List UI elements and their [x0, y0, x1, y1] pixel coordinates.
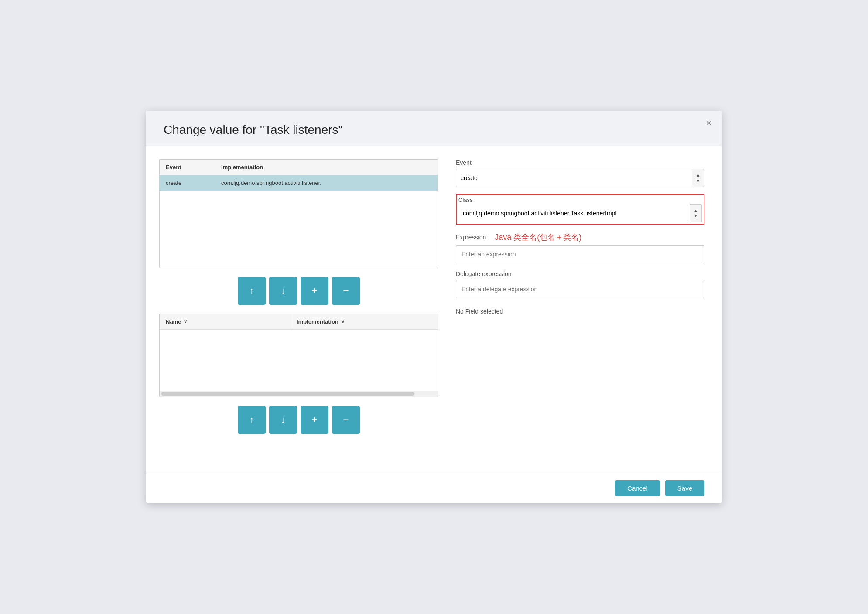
top-down-button[interactable]: ↓ [269, 277, 297, 305]
dialog: Change value for "Task listeners" × Even… [146, 111, 722, 503]
expression-label: Expression [456, 234, 486, 241]
row-event: create [160, 175, 215, 191]
bottom-up-button[interactable]: ↑ [238, 406, 266, 434]
top-btn-row: ↑ ↓ + − [159, 277, 438, 305]
bottom-btn-row: ↑ ↓ + − [159, 406, 438, 434]
bottom-col-impl-label: Implementation [297, 318, 338, 325]
scroll-up-icon: ▲ [696, 173, 701, 177]
bottom-table-body [160, 330, 438, 391]
scrollbar-track[interactable] [161, 392, 414, 396]
class-input[interactable] [458, 204, 690, 222]
dialog-footer: Cancel Save [146, 473, 722, 503]
scroll-down-icon: ▼ [696, 178, 701, 183]
class-scroll-btn[interactable]: ▲ ▼ [690, 204, 702, 222]
name-chevron-icon: ∨ [184, 319, 187, 324]
bottom-table: Name ∨ Implementation ∨ [159, 314, 438, 397]
bottom-col-name: Name ∨ [160, 314, 290, 330]
no-field-text: No Field selected [456, 308, 704, 315]
dialog-body: Event Implementation create com.ljq.demo… [146, 146, 722, 473]
event-select[interactable]: create [456, 169, 692, 187]
top-table-header-row: Event Implementation [160, 160, 438, 175]
table-row[interactable]: create com.ljq.demo.springboot.activiti.… [160, 175, 438, 191]
bottom-table-header: Name ∨ Implementation ∨ [160, 314, 438, 330]
top-table-col-event: Event [160, 160, 215, 175]
bottom-col-impl: Implementation ∨ [290, 314, 438, 330]
top-up-button[interactable]: ↑ [238, 277, 266, 305]
scrollbar-row [160, 391, 438, 397]
cancel-button[interactable]: Cancel [615, 480, 660, 496]
row-impl: com.ljq.demo.springboot.activiti.listene… [215, 175, 438, 191]
class-field-inner: ▲ ▼ [458, 204, 702, 222]
dialog-title: Change value for "Task listeners" [164, 123, 704, 137]
expression-field-group: Expression Java 类全名(包名＋类名) [456, 232, 704, 263]
class-field-group: Class ▲ ▼ [456, 194, 704, 225]
left-panel: Event Implementation create com.ljq.demo… [159, 159, 438, 460]
annotation-text: Java 类全名(包名＋类名) [495, 232, 581, 242]
top-add-button[interactable]: + [301, 277, 328, 305]
bottom-down-button[interactable]: ↓ [269, 406, 297, 434]
class-field-wrapper: Class ▲ ▼ [456, 194, 704, 225]
top-remove-button[interactable]: − [332, 277, 360, 305]
delegate-input[interactable] [456, 280, 704, 298]
class-scroll-up-icon: ▲ [694, 208, 698, 213]
delegate-field-group: Delegate expression [456, 270, 704, 298]
class-scroll-down-icon: ▼ [694, 214, 698, 218]
dialog-header: Change value for "Task listeners" × [146, 111, 722, 146]
right-panel: Event create ▲ ▼ Class [456, 159, 704, 460]
event-scroll-btn[interactable]: ▲ ▼ [692, 169, 704, 187]
bottom-add-button[interactable]: + [301, 406, 328, 434]
top-table: Event Implementation create com.ljq.demo… [159, 159, 438, 268]
bottom-remove-button[interactable]: − [332, 406, 360, 434]
expression-input[interactable] [456, 245, 704, 263]
bottom-col-name-label: Name [166, 318, 181, 325]
class-label: Class [458, 197, 702, 203]
close-button[interactable]: × [706, 119, 711, 127]
expression-label-row: Expression Java 类全名(包名＋类名) [456, 232, 704, 242]
event-label: Event [456, 159, 704, 166]
event-select-wrapper: create ▲ ▼ [456, 169, 704, 187]
top-table-col-impl: Implementation [215, 160, 438, 175]
event-field-group: Event create ▲ ▼ [456, 159, 704, 187]
save-button[interactable]: Save [665, 480, 704, 496]
impl-chevron-icon: ∨ [341, 319, 345, 324]
delegate-label: Delegate expression [456, 270, 704, 277]
